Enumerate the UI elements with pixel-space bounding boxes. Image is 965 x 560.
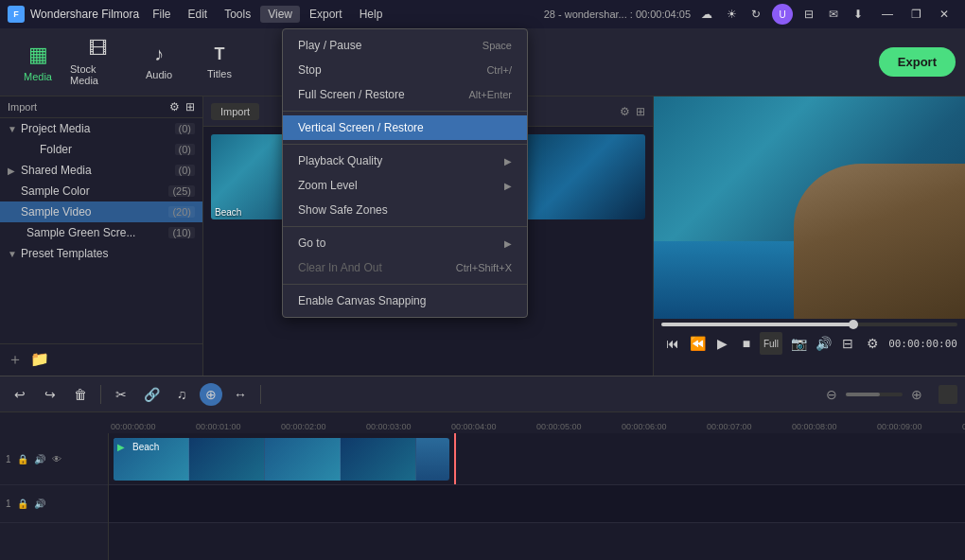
menu-zoom-level[interactable]: Zoom Level ▶ (283, 173, 527, 198)
menu-go-to[interactable]: Go to ▶ (283, 231, 527, 255)
menu-stop[interactable]: Stop Ctrl+/ (283, 58, 527, 82)
menu-play-pause[interactable]: Play / Pause Space (283, 33, 527, 58)
menu-separator-1 (283, 111, 527, 112)
menu-fullscreen[interactable]: Full Screen / Restore Alt+Enter (283, 82, 527, 107)
submenu-arrow-1: ▶ (504, 156, 512, 166)
menu-enable-canvas-snapping[interactable]: Enable Canvas Snapping (283, 289, 527, 313)
menu-show-safe-zones[interactable]: Show Safe Zones (283, 198, 527, 222)
dropdown-overlay[interactable]: Play / Pause Space Stop Ctrl+/ Full Scre… (0, 0, 965, 560)
menu-vertical-screen[interactable]: Vertical Screen / Restore (283, 115, 527, 140)
menu-separator-2 (283, 144, 527, 145)
menu-playback-quality[interactable]: Playback Quality ▶ (283, 149, 527, 173)
submenu-arrow-2: ▶ (504, 181, 512, 191)
view-dropdown-menu: Play / Pause Space Stop Ctrl+/ Full Scre… (282, 28, 528, 318)
submenu-arrow-3: ▶ (504, 238, 512, 249)
menu-separator-4 (283, 284, 527, 285)
menu-separator-3 (283, 226, 527, 227)
menu-clear-in-out: Clear In And Out Ctrl+Shift+X (283, 255, 527, 280)
